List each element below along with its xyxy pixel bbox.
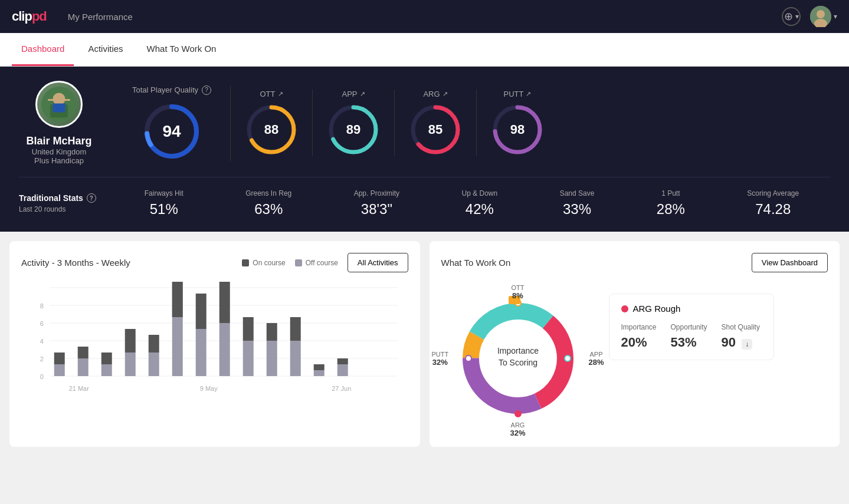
user-menu[interactable]: ▾ [810, 6, 837, 27]
trad-stats-items: Fairways Hit 51% Greens In Reg 63% App. … [113, 189, 830, 218]
svg-rect-56 [337, 358, 348, 364]
stat-one-putt: 1 Putt 28% [657, 189, 685, 218]
player-avatar [35, 81, 83, 128]
arg-label: ARG ↗ [423, 90, 447, 98]
logo-pd: pd [32, 9, 47, 24]
svg-rect-45 [219, 323, 230, 376]
activity-chart: 0 2 4 6 8 [21, 282, 408, 423]
ott-segment-label: OTT 8% [512, 284, 525, 300]
app-header: clippd My Performance ⊕ ▾ ▾ [0, 0, 849, 33]
svg-text:6: 6 [40, 320, 44, 327]
svg-rect-54 [314, 364, 324, 370]
svg-rect-38 [125, 329, 136, 353]
svg-rect-8 [65, 99, 70, 101]
metric-arg: ARG ↗ 85 [395, 90, 477, 156]
traditional-stats: Traditional Stats ? Last 20 rounds Fairw… [19, 177, 830, 218]
svg-rect-6 [53, 104, 65, 113]
stat-scoring-average: Scoring Average 74.28 [747, 189, 799, 218]
svg-rect-46 [219, 282, 230, 323]
app-circle: 89 [327, 103, 380, 156]
putt-value: 98 [510, 122, 525, 137]
svg-rect-36 [101, 353, 112, 364]
tab-dashboard[interactable]: Dashboard [12, 33, 74, 66]
ott-value: 88 [264, 122, 278, 137]
total-quality: Total Player Quality ? 94 [113, 85, 231, 161]
ott-circle: 88 [245, 103, 298, 156]
card-dot [621, 305, 628, 312]
svg-rect-34 [78, 347, 88, 358]
arg-value: 85 [428, 122, 442, 137]
view-dashboard-button[interactable]: View Dashboard [752, 253, 828, 272]
svg-rect-7 [48, 99, 53, 101]
shot-quality-metric: Shot Quality 90 ↓ [722, 323, 760, 350]
trad-help-icon[interactable]: ? [87, 193, 96, 203]
chart-panel-header: Activity - 3 Months - Weekly On course O… [21, 253, 408, 272]
wtwo-title: What To Work On [441, 258, 511, 268]
svg-rect-35 [101, 364, 112, 376]
svg-text:9 May: 9 May [200, 385, 218, 392]
importance-donut: Importance To Scoring OTT 8% APP [441, 282, 595, 435]
stat-fairways-hit: Fairways Hit 51% [145, 189, 183, 218]
stat-app-proximity: App. Proximity 38'3" [354, 189, 399, 218]
add-button[interactable]: ⊕ ▾ [782, 7, 801, 26]
putt-segment-label: PUTT 32% [432, 351, 449, 367]
all-activities-button[interactable]: All Activities [348, 253, 408, 272]
opportunity-metric: Opportunity 53% [671, 323, 707, 350]
putt-circle: 98 [491, 103, 544, 156]
plus-icon: ⊕ [784, 10, 793, 23]
tab-what-to-work-on[interactable]: What To Work On [137, 33, 226, 66]
svg-rect-44 [196, 294, 206, 329]
stat-up-and-down: Up & Down 42% [462, 189, 498, 218]
svg-rect-42 [172, 282, 183, 317]
svg-point-69 [515, 411, 521, 417]
legend-on-course: On course [242, 259, 285, 267]
svg-text:8: 8 [40, 302, 44, 309]
svg-text:4: 4 [40, 338, 44, 345]
bottom-panels: Activity - 3 Months - Weekly On course O… [0, 232, 849, 456]
svg-text:0: 0 [40, 373, 44, 380]
avatar[interactable] [810, 6, 831, 27]
player-info: Blair McHarg United Kingdom Plus Handica… [19, 81, 113, 165]
quality-section: Total Player Quality ? 94 OTT [113, 81, 830, 165]
svg-rect-47 [243, 341, 254, 376]
stat-sand-save: Sand Save 33% [560, 189, 595, 218]
what-to-work-on-panel: What To Work On View Dashboard [430, 241, 840, 447]
svg-text:To Scoring: To Scoring [498, 358, 537, 367]
header-title: My Performance [68, 12, 133, 22]
svg-text:Importance: Importance [497, 346, 538, 355]
quality-help-icon[interactable]: ? [202, 85, 211, 95]
legend-off-course: Off course [295, 259, 338, 267]
svg-rect-39 [149, 353, 159, 376]
main-quality-circle: 94 [142, 102, 201, 161]
player-name: Blair McHarg [26, 135, 91, 147]
tab-activities[interactable]: Activities [78, 33, 132, 66]
metric-ott: OTT ↗ 88 [231, 90, 313, 156]
svg-text:21 Mar: 21 Mar [69, 385, 90, 392]
svg-rect-33 [78, 358, 88, 376]
importance-metric: Importance 20% [621, 323, 657, 350]
header-actions: ⊕ ▾ ▾ [782, 6, 837, 27]
stats-banner: Blair McHarg United Kingdom Plus Handica… [0, 67, 849, 232]
player-handicap: Plus Handicap [34, 156, 84, 165]
arg-segment-label: ARG 32% [510, 421, 525, 437]
svg-rect-51 [290, 341, 301, 376]
svg-rect-31 [54, 364, 65, 376]
app-value: 89 [346, 122, 360, 137]
svg-point-5 [53, 93, 65, 106]
svg-rect-53 [314, 370, 324, 376]
add-chevron-icon: ▾ [795, 12, 799, 21]
svg-point-1 [817, 10, 825, 18]
svg-rect-32 [54, 353, 65, 364]
activity-chart-panel: Activity - 3 Months - Weekly On course O… [9, 241, 420, 447]
svg-point-70 [466, 355, 471, 361]
app-segment-label: APP 28% [588, 351, 604, 367]
app-arrow-icon: ↗ [360, 90, 365, 98]
player-country: United Kingdom [32, 147, 87, 156]
nav-tabs: Dashboard Activities What To Work On [0, 33, 849, 67]
logo[interactable]: clippd [12, 9, 47, 24]
on-course-dot [242, 259, 249, 266]
arg-circle: 85 [409, 103, 462, 156]
svg-rect-40 [149, 335, 159, 353]
svg-rect-43 [196, 329, 206, 376]
svg-rect-52 [290, 317, 301, 341]
